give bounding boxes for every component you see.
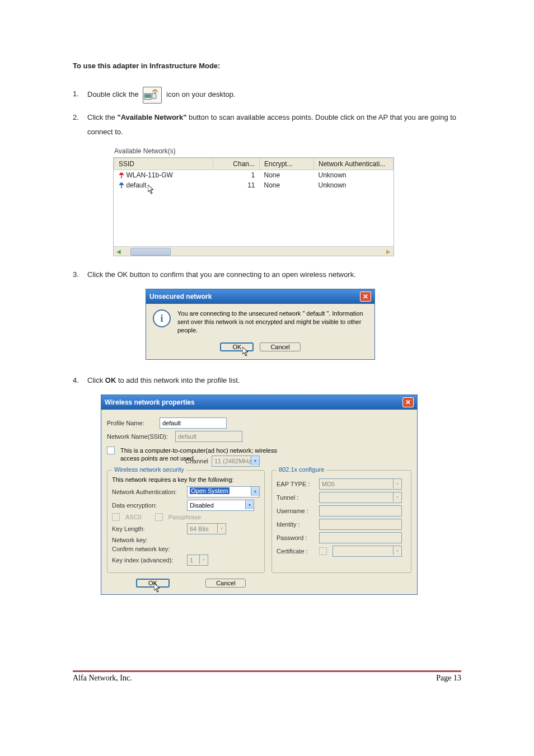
scroll-track[interactable]: [125, 248, 382, 255]
ok-button[interactable]: OK: [220, 342, 254, 351]
password-label: Password :: [277, 534, 316, 541]
unsecured-dialog-screenshot: Unsecured network ✕ i You are connecting…: [146, 289, 461, 360]
step2-pre: Click the: [87, 113, 117, 121]
step1-post: icon on your desktop.: [166, 90, 236, 98]
wireless-properties-dialog: Wireless network properties ✕ Profile Na…: [101, 395, 418, 595]
identity-label: Identity :: [277, 521, 316, 528]
network-signal-icon: [119, 172, 124, 179]
ascii-label: ASCII: [125, 514, 142, 520]
step-3: 3. Click the OK button to confirm that y…: [73, 267, 461, 282]
key-index-label: Key index (advanced):: [112, 557, 184, 564]
step-4: 4. Click OK to add this network into the…: [73, 373, 461, 388]
step-number: 2.: [73, 110, 87, 139]
available-networks-table: SSID Chan... Encrypt... Network Authenti…: [114, 158, 394, 246]
table-row[interactable]: WLAN-11b-GW 1 None Unknown: [114, 170, 394, 181]
step1-pre: Double click the: [87, 90, 139, 98]
cert-label: Certificate :: [277, 548, 316, 555]
wireless-properties-screenshot: Wireless network properties ✕ Profile Na…: [101, 395, 461, 595]
cell-encrypt: None: [260, 180, 314, 190]
chevron-down-icon: ▾: [393, 546, 401, 555]
step-number: 3.: [73, 267, 87, 282]
scroll-right-icon[interactable]: ▶: [385, 247, 392, 255]
eap-group: 802.1x configure EAP TYPE : ▾ Tunnel : ▾…: [271, 470, 411, 573]
chevron-down-icon: ▾: [393, 479, 401, 488]
horizontal-scrollbar[interactable]: ◀ ▶: [114, 246, 394, 256]
passphrase-label: Passphrase: [168, 514, 201, 520]
confirm-key-label: Confirm network key:: [112, 546, 184, 552]
page-footer: Alfa Network, Inc. Page 13: [73, 670, 461, 683]
cell-chan: 11: [213, 180, 260, 190]
cell-auth: Unknown: [314, 170, 394, 181]
net-auth-select[interactable]: Open System: [187, 486, 260, 497]
username-input: [319, 505, 402, 516]
scroll-thumb[interactable]: [130, 248, 171, 256]
cancel-button[interactable]: Cancel: [205, 579, 246, 588]
username-label: Username :: [277, 508, 316, 514]
network-signal-icon: [119, 182, 124, 189]
security-note: This network requires a key for the foll…: [112, 476, 260, 483]
chevron-down-icon: ▾: [217, 524, 226, 533]
footer-company: Alfa Network, Inc.: [73, 674, 132, 683]
available-networks-screenshot: Available Network(s) SSID Chan... Encryp…: [113, 146, 461, 256]
step-2: 2. Click the "Available Network" button …: [73, 110, 461, 139]
tunnel-select: [319, 492, 402, 503]
dialog-title-text: Wireless network properties: [105, 398, 195, 406]
cell-auth: Unknown: [314, 180, 394, 190]
close-icon[interactable]: ✕: [402, 397, 414, 407]
step2-bold: "Available Network": [117, 113, 186, 121]
chevron-down-icon[interactable]: ▾: [245, 500, 254, 509]
step-body: Click the "Available Network" button to …: [87, 110, 461, 139]
profile-name-input[interactable]: [160, 417, 227, 429]
cell-ssid: WLAN-11b-GW: [127, 171, 173, 179]
dialog-titlebar: Wireless network properties ✕: [101, 395, 417, 410]
section-title: To use this adapter in Infrastructure Mo…: [73, 62, 461, 70]
password-input: [319, 532, 402, 543]
ssid-input: [175, 431, 242, 442]
svg-rect-1: [146, 95, 151, 97]
close-icon[interactable]: ✕: [360, 292, 371, 302]
ok-label: OK: [232, 344, 241, 350]
net-key-label: Network key:: [112, 537, 184, 543]
chevron-down-icon[interactable]: ▾: [251, 487, 259, 496]
col-ssid[interactable]: SSID: [114, 158, 213, 170]
svg-point-4: [120, 187, 121, 188]
security-group-label: Wireless network security: [112, 466, 186, 473]
mouse-cursor-icon: [154, 583, 162, 593]
available-caption: Available Network(s): [113, 146, 461, 157]
col-encrypt[interactable]: Encrypt...: [260, 158, 314, 170]
chevron-down-icon: ▾: [393, 492, 401, 501]
svg-point-3: [120, 177, 121, 178]
step-number: 4.: [73, 373, 87, 388]
available-networks-panel: SSID Chan... Encrypt... Network Authenti…: [113, 157, 394, 256]
passphrase-checkbox: [155, 513, 163, 521]
col-auth[interactable]: Network Authenticati...: [314, 158, 394, 170]
channel-label: Channel: [185, 458, 208, 464]
cancel-button[interactable]: Cancel: [260, 342, 300, 351]
ascii-checkbox: [112, 513, 120, 521]
cert-checkbox: [319, 547, 327, 555]
step-body: Click the OK button to confirm that you …: [87, 267, 461, 282]
ssid-label: Network Name(SSID):: [107, 433, 172, 440]
mouse-cursor-icon: [148, 185, 156, 195]
step-number: 1.: [73, 87, 87, 104]
scroll-left-icon[interactable]: ◀: [115, 247, 123, 255]
unsecured-network-dialog: Unsecured network ✕ i You are connecting…: [146, 289, 375, 360]
mouse-cursor-icon: [242, 347, 250, 357]
adhoc-checkbox[interactable]: [107, 447, 115, 454]
ok-button[interactable]: OK: [136, 579, 170, 588]
identity-input: [319, 519, 402, 530]
col-chan[interactable]: Chan...: [213, 158, 260, 170]
data-enc-select[interactable]: [187, 500, 254, 511]
info-icon: i: [153, 309, 171, 327]
cell-encrypt: None: [260, 170, 314, 181]
cert-select: [332, 546, 402, 557]
table-row[interactable]: default 11 None Unknown: [114, 180, 394, 190]
step4-bold: OK: [105, 376, 116, 384]
step-1: 1. Double click the icon on your desktop…: [73, 87, 461, 104]
dialog-message: You are connecting to the unsecured netw…: [177, 309, 368, 335]
key-length-label: Key Length:: [112, 525, 184, 532]
net-auth-label: Network Authentication:: [112, 489, 184, 495]
eap-type-label: EAP TYPE :: [277, 481, 316, 487]
profile-name-label: Profile Name:: [107, 420, 156, 426]
eap-group-label: 802.1x configure: [277, 466, 326, 473]
